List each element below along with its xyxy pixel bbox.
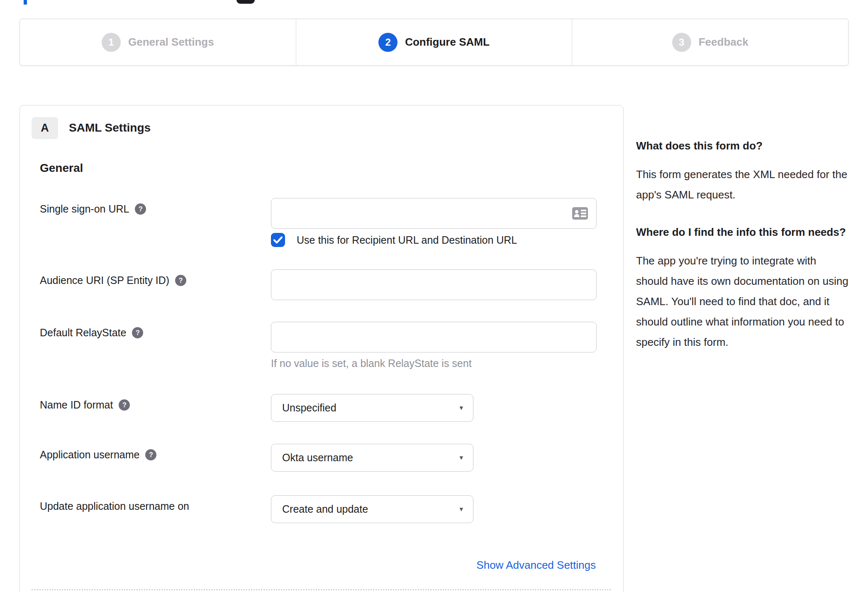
chevron-down-icon: ▾ bbox=[459, 505, 473, 514]
update-username-select[interactable]: Create and update ▾ bbox=[271, 495, 473, 523]
step-3-number: 3 bbox=[672, 33, 691, 52]
recipient-url-checkbox[interactable] bbox=[271, 233, 285, 247]
step-configure-saml[interactable]: 2 Configure SAML bbox=[296, 19, 572, 65]
relaystate-label-wrap: Default RelayState ? bbox=[40, 327, 143, 339]
cutoff-logo-fragment bbox=[237, 0, 255, 4]
relaystate-help-icon[interactable]: ? bbox=[132, 327, 143, 338]
appuser-help-icon[interactable]: ? bbox=[145, 449, 156, 460]
show-advanced-settings-link[interactable]: Show Advanced Settings bbox=[476, 559, 596, 572]
audience-uri-input[interactable] bbox=[271, 269, 597, 300]
step-3-label: Feedback bbox=[699, 36, 749, 49]
row-recipient-checkbox: Use this for Recipient URL and Destinati… bbox=[20, 233, 623, 250]
saml-settings-panel: A SAML Settings General Single sign-on U… bbox=[20, 105, 624, 592]
group-title-general: General bbox=[40, 161, 83, 175]
sso-url-help-icon[interactable]: ? bbox=[135, 203, 146, 215]
nameid-label: Name ID format bbox=[40, 399, 113, 411]
section-dashed-divider bbox=[32, 589, 611, 590]
step-feedback[interactable]: 3 Feedback bbox=[572, 19, 848, 65]
recipient-checkbox-wrap: Use this for Recipient URL and Destinati… bbox=[271, 233, 517, 247]
help-answer-1: This form generates the XML needed for t… bbox=[636, 164, 850, 205]
row-update-username-on: Update application username on Create an… bbox=[20, 495, 623, 523]
step-1-number: 1 bbox=[102, 33, 121, 52]
row-name-id-format: Name ID format ? Unspecified ▾ bbox=[20, 394, 623, 422]
help-sidebar: What does this form do? This form genera… bbox=[636, 137, 850, 352]
row-single-sign-on-url: Single sign-on URL ? bbox=[20, 198, 623, 229]
update-username-select-value: Create and update bbox=[271, 503, 459, 515]
audience-uri-help-icon[interactable]: ? bbox=[175, 275, 186, 286]
relaystate-input[interactable] bbox=[271, 322, 597, 352]
appuser-select-value: Okta username bbox=[271, 452, 459, 464]
row-audience-uri: Audience URI (SP Entity ID) ? bbox=[20, 269, 623, 300]
audience-uri-label-wrap: Audience URI (SP Entity ID) ? bbox=[40, 274, 186, 286]
nameid-label-wrap: Name ID format ? bbox=[40, 399, 130, 411]
chevron-down-icon: ▾ bbox=[459, 453, 473, 462]
section-a-badge: A bbox=[32, 117, 58, 139]
chevron-down-icon: ▾ bbox=[459, 404, 473, 412]
help-question-1: What does this form do? bbox=[636, 137, 850, 154]
sso-url-label: Single sign-on URL bbox=[40, 203, 129, 215]
step-2-number: 2 bbox=[378, 33, 397, 52]
nameid-help-icon[interactable]: ? bbox=[119, 399, 130, 411]
step-1-label: General Settings bbox=[128, 36, 214, 49]
appuser-label-wrap: Application username ? bbox=[40, 449, 156, 461]
audience-uri-label: Audience URI (SP Entity ID) bbox=[40, 274, 169, 286]
help-question-2: Where do I find the info this form needs… bbox=[636, 223, 850, 241]
nameid-select-value: Unspecified bbox=[271, 402, 459, 414]
section-title: SAML Settings bbox=[69, 121, 151, 135]
recipient-checkbox-label: Use this for Recipient URL and Destinati… bbox=[297, 234, 517, 246]
appuser-label: Application username bbox=[40, 449, 139, 461]
help-answer-2: The app you're trying to integrate with … bbox=[636, 251, 850, 352]
checkmark-icon bbox=[273, 236, 283, 244]
nameid-select[interactable]: Unspecified ▾ bbox=[271, 394, 473, 422]
wizard-stepper: 1 General Settings 2 Configure SAML 3 Fe… bbox=[20, 19, 848, 66]
update-username-label: Update application username on bbox=[40, 500, 189, 512]
appuser-select[interactable]: Okta username ▾ bbox=[271, 444, 473, 472]
sso-url-label-wrap: Single sign-on URL ? bbox=[40, 203, 146, 215]
cutoff-blue-fragment bbox=[24, 0, 27, 5]
step-general-settings[interactable]: 1 General Settings bbox=[20, 19, 296, 65]
row-application-username: Application username ? Okta username ▾ bbox=[20, 444, 623, 472]
relaystate-helper-text: If no value is set, a blank RelayState i… bbox=[271, 357, 472, 369]
step-2-label: Configure SAML bbox=[405, 36, 490, 49]
relaystate-label: Default RelayState bbox=[40, 327, 126, 339]
contact-card-icon bbox=[572, 206, 588, 220]
update-username-label-wrap: Update application username on bbox=[40, 500, 189, 512]
sso-url-input[interactable] bbox=[271, 198, 597, 229]
row-default-relaystate: Default RelayState ? If no value is set,… bbox=[20, 322, 623, 372]
